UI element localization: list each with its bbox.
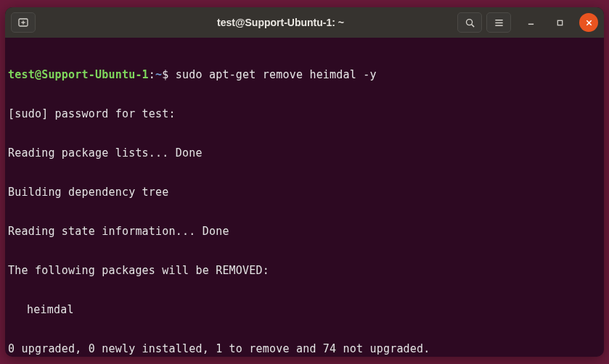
search-icon: [465, 17, 475, 28]
svg-rect-9: [557, 20, 562, 25]
close-icon: [585, 19, 593, 27]
titlebar: test@Support-Ubuntu-1: ~: [5, 7, 604, 38]
new-tab-button[interactable]: [11, 12, 36, 33]
command-text: sudo apt-get remove heimdal -y: [176, 68, 377, 81]
output-line: heimdal: [8, 303, 601, 316]
maximize-icon: [556, 19, 564, 27]
output-line: Reading package lists... Done: [8, 146, 601, 160]
prompt-path: ~: [155, 68, 162, 81]
new-tab-icon: [17, 17, 29, 28]
terminal-window: test@Support-Ubuntu-1: ~: [5, 7, 604, 357]
output-line: Reading state information... Done: [8, 225, 601, 238]
window-title: test@Support-Ubuntu-1: ~: [36, 17, 453, 28]
maximize-button[interactable]: [550, 13, 569, 32]
output-line: The following packages will be REMOVED:: [8, 264, 601, 277]
output-line: 0 upgraded, 0 newly installed, 1 to remo…: [8, 342, 601, 355]
menu-button[interactable]: [486, 12, 511, 33]
prompt-sigil: $: [162, 68, 168, 81]
minimize-button[interactable]: [521, 13, 540, 32]
prompt-colon: :: [149, 68, 155, 81]
minimize-icon: [527, 19, 535, 27]
close-button[interactable]: [579, 13, 598, 32]
output-line: Building dependency tree: [8, 186, 601, 199]
hamburger-icon: [494, 17, 504, 28]
svg-line-4: [471, 24, 473, 26]
prompt-user-host: test@Support-Ubuntu-1: [8, 68, 149, 81]
output-line: [sudo] password for test:: [8, 107, 601, 120]
search-button[interactable]: [457, 12, 482, 33]
terminal-body[interactable]: test@Support-Ubuntu-1:~$ sudo apt-get re…: [5, 38, 604, 357]
prompt-line-1: test@Support-Ubuntu-1:~$ sudo apt-get re…: [8, 68, 601, 81]
svg-point-3: [466, 19, 472, 25]
